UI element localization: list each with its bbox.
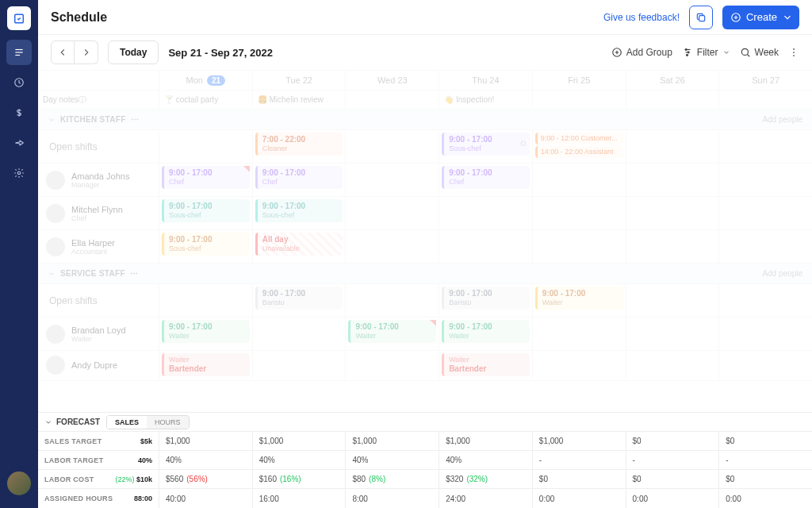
avatar bbox=[46, 171, 65, 190]
person-row: Brandan LoydWaiter 9:00 - 17:00Waiter 9:… bbox=[38, 318, 812, 351]
day-tue: Tue 22 bbox=[252, 71, 346, 90]
svg-point-14 bbox=[686, 55, 688, 56]
week-view-button[interactable]: Week bbox=[740, 47, 779, 58]
forecast-row: ASSIGNED HOURS88:00 40:0016:008:0024:000… bbox=[38, 489, 812, 508]
nav-plane-icon[interactable] bbox=[6, 130, 32, 156]
nav-dollar-icon[interactable] bbox=[6, 100, 32, 125]
tab-hours[interactable]: HOURS bbox=[147, 416, 189, 429]
shift-card[interactable]: 9:00 - 17:00Sous-chef bbox=[162, 199, 250, 222]
svg-point-12 bbox=[685, 49, 687, 51]
forecast-label: FORECAST bbox=[56, 418, 100, 426]
shift-card[interactable]: 9:00 - 17:00Chef bbox=[162, 166, 250, 189]
tab-sales[interactable]: SALES bbox=[107, 416, 147, 429]
create-button[interactable]: Create bbox=[722, 6, 799, 29]
svg-point-16 bbox=[793, 48, 795, 50]
forecast-row: LABOR TARGET40% 40%40%40%40%--- bbox=[38, 451, 812, 470]
feedback-link[interactable]: Give us feedback! bbox=[603, 12, 680, 23]
create-label: Create bbox=[746, 11, 777, 23]
person-row: Ella HarperAccountant 9:00 - 17:00Sous-c… bbox=[38, 230, 812, 264]
nav-clock-icon[interactable] bbox=[6, 70, 32, 95]
person-row: Mitchel FlynnChef 9:00 - 17:00Sous-chef … bbox=[38, 197, 812, 230]
day-notes-row: Day notes ⓘ 🍸 coctail party 🍔 Michelin r… bbox=[38, 90, 812, 110]
corner-flag-icon bbox=[243, 166, 250, 172]
avatar bbox=[46, 204, 65, 223]
shift-card[interactable]: 9:00 - 17:00Waiter bbox=[535, 287, 623, 310]
day-fri: Fri 25 bbox=[532, 71, 626, 90]
shift-card[interactable]: 9:00 - 17:00Baristo bbox=[442, 287, 530, 310]
shift-card[interactable]: 9:00 - 17:00Sous-chef bbox=[162, 233, 250, 256]
nav-schedule-icon[interactable] bbox=[6, 40, 32, 65]
forecast-tabs: SALES HOURS bbox=[106, 415, 190, 429]
shift-card[interactable]: WaiterBartender bbox=[442, 353, 530, 376]
day-sun: Sun 27 bbox=[718, 71, 812, 90]
shift-card[interactable]: All dayUnavailable bbox=[255, 233, 343, 256]
filter-button[interactable]: Filter bbox=[682, 47, 730, 58]
svg-point-17 bbox=[793, 52, 795, 53]
nav-gear-icon[interactable] bbox=[6, 160, 32, 186]
shift-card[interactable]: 9:00 - 17:00Chef bbox=[255, 166, 343, 189]
shift-card[interactable]: 9:00 - 17:00Waiter bbox=[442, 320, 530, 343]
day-mon: Mon21 bbox=[159, 71, 252, 90]
open-shifts-row: Open shifts 7:00 - 22:00Cleaner 9:00 - 1… bbox=[38, 130, 812, 164]
today-button[interactable]: Today bbox=[108, 40, 159, 64]
add-group-button[interactable]: Add Group bbox=[611, 47, 672, 58]
shift-card[interactable]: 9:00 - 17:00Waiter bbox=[348, 320, 436, 343]
toolbar: Today Sep 21 - Sep 27, 2022 Add Group Fi… bbox=[38, 35, 812, 70]
shift-card[interactable]: WaiterBartender bbox=[162, 353, 250, 376]
day-sat: Sat 26 bbox=[626, 71, 719, 90]
group-kitchen-header[interactable]: KITCHEN STAFF ⋯ Add people bbox=[38, 110, 812, 130]
copy-button[interactable] bbox=[689, 6, 713, 29]
shift-card[interactable]: 9:00 - 17:00Waiter bbox=[162, 320, 250, 343]
add-people-link[interactable]: Add people bbox=[762, 115, 802, 124]
shift-card[interactable]: 9:00 - 17:00Sous-chef bbox=[442, 133, 530, 156]
corner-flag-icon bbox=[430, 320, 436, 326]
shift-card[interactable]: 9:00 - 17:00Sous-chef bbox=[255, 199, 343, 222]
avatar bbox=[46, 325, 65, 344]
day-thu: Thu 24 bbox=[439, 71, 532, 90]
group-service-header[interactable]: SERVICE STAFF ⋯ Add people bbox=[38, 264, 812, 284]
avatar bbox=[46, 237, 65, 256]
add-people-link[interactable]: Add people bbox=[762, 269, 802, 278]
page-title: Schedule bbox=[51, 10, 107, 25]
more-menu-button[interactable] bbox=[788, 47, 799, 58]
copy-icon bbox=[519, 137, 527, 148]
side-nav bbox=[0, 0, 38, 508]
header: Schedule Give us feedback! Create bbox=[38, 0, 812, 35]
chevron-down-icon bbox=[782, 12, 793, 23]
day-wed: Wed 23 bbox=[345, 71, 439, 90]
shift-card[interactable]: 14:00 - 22:00 Assistant bbox=[535, 146, 623, 158]
forecast-row: SALES TARGET$5k $1,000$1,000$1,000$1,000… bbox=[38, 432, 812, 451]
open-shifts-row: Open shifts 9:00 - 17:00Baristo 9:00 - 1… bbox=[38, 284, 812, 318]
shift-card[interactable]: 9:00 - 12:00 Customer... bbox=[535, 133, 623, 144]
user-avatar[interactable] bbox=[7, 471, 31, 495]
svg-point-18 bbox=[793, 55, 795, 56]
svg-point-5 bbox=[17, 171, 21, 175]
avatar bbox=[46, 356, 65, 375]
shift-card[interactable]: 7:00 - 22:00Cleaner bbox=[255, 133, 343, 156]
date-range: Sep 21 - Sep 27, 2022 bbox=[168, 47, 273, 59]
app-logo[interactable] bbox=[7, 6, 31, 30]
next-week-button[interactable] bbox=[75, 40, 98, 64]
svg-rect-6 bbox=[699, 15, 705, 21]
svg-rect-19 bbox=[521, 141, 525, 145]
prev-week-button[interactable] bbox=[51, 40, 75, 64]
svg-point-15 bbox=[741, 48, 748, 55]
forecast-panel: FORECAST SALES HOURS SALES TARGET$5k $1,… bbox=[38, 412, 812, 508]
main: Schedule Give us feedback! Create Today … bbox=[38, 0, 812, 508]
shift-card[interactable]: 9:00 - 17:00Baristo bbox=[255, 287, 343, 310]
forecast-row: LABOR COST(22%) $10k $560(56%) $160(16%)… bbox=[38, 470, 812, 489]
person-row: Amanda JohnsManager 9:00 - 17:00Chef 9:0… bbox=[38, 164, 812, 197]
person-row: Andy Dupre WaiterBartender WaiterBartend… bbox=[38, 351, 812, 381]
shift-card[interactable]: 9:00 - 17:00Chef bbox=[442, 166, 530, 189]
svg-point-13 bbox=[688, 52, 689, 53]
day-header-row: Mon21 Tue 22 Wed 23 Thu 24 Fri 25 Sat 26… bbox=[38, 70, 812, 90]
